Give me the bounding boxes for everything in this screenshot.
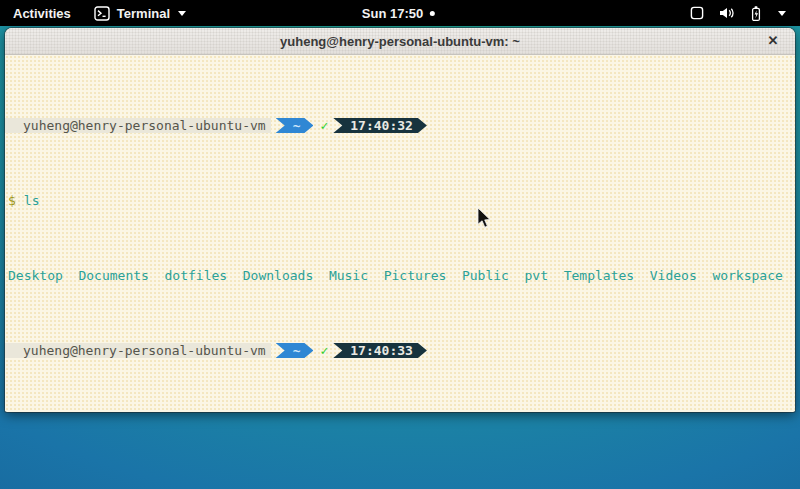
prompt-line: yuheng@henry-personal-ubuntu-vm ~ ✓ 17:4… xyxy=(5,343,795,358)
window-titlebar[interactable]: yuheng@henry-personal-ubuntu-vm: ~ ✕ xyxy=(5,28,795,55)
file-entry: Desktop xyxy=(8,268,63,283)
prompt-time-segment: 17:40:33 xyxy=(333,343,427,358)
prompt-cwd-segment: ~ xyxy=(276,343,314,358)
notification-dot-icon xyxy=(430,11,435,16)
ls-output-line: Desktop Documents dotfiles Downloads Mus… xyxy=(5,268,795,283)
file-entry: dotfiles xyxy=(165,268,228,283)
file-entry: Public xyxy=(462,268,509,283)
system-tray[interactable] xyxy=(679,0,796,26)
prompt-user-host: yuheng@henry-personal-ubuntu-vm xyxy=(5,343,271,358)
command-line: $ ls xyxy=(5,193,795,208)
file-entry: pvt xyxy=(525,268,548,283)
terminal-window: yuheng@henry-personal-ubuntu-vm: ~ ✕ yuh… xyxy=(5,28,795,412)
terminal-content[interactable]: yuheng@henry-personal-ubuntu-vm ~ ✓ 17:4… xyxy=(5,55,795,411)
file-entry: Videos xyxy=(650,268,697,283)
top-bar: Activities Terminal Sun 17:50 xyxy=(0,0,800,26)
battery-charging-icon xyxy=(748,5,764,22)
file-entry: workspace xyxy=(712,268,782,283)
prompt-time-segment: 17:40:32 xyxy=(333,118,427,133)
clock-button[interactable]: Sun 17:50 xyxy=(362,0,435,26)
clock-label: Sun 17:50 xyxy=(362,6,423,21)
command-text: ls xyxy=(24,193,40,208)
status-check-icon: ✓ xyxy=(320,343,328,358)
mouse-cursor xyxy=(477,207,492,233)
volume-icon xyxy=(718,5,735,21)
terminal-app-icon xyxy=(94,6,110,21)
status-check-icon: ✓ xyxy=(320,118,328,133)
close-button[interactable]: ✕ xyxy=(763,31,783,51)
prompt-cwd-segment: ~ xyxy=(276,118,314,133)
file-entry: Music xyxy=(329,268,368,283)
window-title: yuheng@henry-personal-ubuntu-vm: ~ xyxy=(280,34,520,49)
prompt-symbol: $ xyxy=(5,193,16,208)
file-entry: Pictures xyxy=(384,268,447,283)
screen-icon xyxy=(689,5,705,21)
file-entry: Downloads xyxy=(243,268,313,283)
activities-button[interactable]: Activities xyxy=(0,0,84,26)
prompt-line: yuheng@henry-personal-ubuntu-vm ~ ✓ 17:4… xyxy=(5,118,795,133)
prompt-user-host: yuheng@henry-personal-ubuntu-vm xyxy=(5,118,271,133)
chevron-down-icon xyxy=(178,11,186,16)
file-entry: Documents xyxy=(78,268,148,283)
file-entry: Templates xyxy=(564,268,634,283)
app-menu-label: Terminal xyxy=(117,6,170,21)
app-menu-terminal[interactable]: Terminal xyxy=(84,0,196,26)
chevron-down-icon xyxy=(778,11,786,16)
